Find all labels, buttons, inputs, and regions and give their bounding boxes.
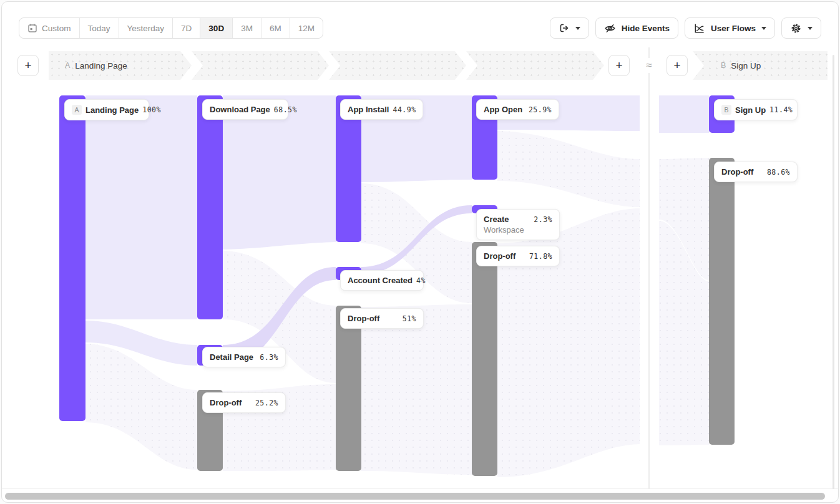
funnel-b-band: B Sign Up [693, 51, 828, 80]
chevron-down-icon [808, 27, 813, 30]
step-label: Landing Page [75, 61, 127, 70]
node-bar-download-page[interactable] [197, 95, 223, 319]
step-badge: B [721, 61, 726, 70]
dropoff-links-texture [85, 131, 709, 477]
export-icon [559, 22, 570, 34]
date-range-yesterday[interactable]: Yesterday [119, 18, 173, 38]
node-bar-dropoff-b[interactable] [709, 158, 735, 445]
date-range-6m[interactable]: 6M [261, 18, 290, 38]
add-step-end-button[interactable]: + [608, 55, 630, 76]
horizontal-scrollbar[interactable] [5, 493, 825, 500]
settings-button[interactable] [781, 17, 821, 39]
hide-events-button[interactable]: Hide Events [595, 17, 678, 39]
node-label-create-workspace[interactable]: Create 2.3% Workspace [476, 209, 560, 240]
date-range-30d[interactable]: 30D [200, 18, 233, 38]
approx-symbol: ≈ [640, 58, 658, 73]
node-label-sign-up[interactable]: B Sign Up 11.4% [714, 99, 798, 120]
toolbar-actions: Hide Events User Flows [550, 17, 821, 39]
add-step-b-button[interactable]: + [667, 55, 688, 76]
step-label: Sign Up [731, 61, 761, 70]
link-landing-detail[interactable] [85, 321, 197, 366]
node-bar-dropoff-4[interactable] [472, 242, 497, 476]
funnel-step-landing-page[interactable]: A Landing Page [49, 51, 192, 80]
node-label-dropoff-2[interactable]: Drop-off 25.2% [202, 392, 286, 413]
node-bar-dropoff-3[interactable] [336, 306, 361, 471]
link-accountcreated-createworkspace[interactable] [361, 205, 472, 274]
section-divider [648, 47, 650, 489]
date-range-3m[interactable]: 3M [233, 18, 261, 38]
node-label-account-created[interactable]: Account Created 4% [340, 270, 424, 291]
link-divider-signup[interactable] [659, 95, 709, 133]
export-button[interactable] [550, 17, 589, 39]
node-label-app-open[interactable]: App Open 25.9% [476, 99, 559, 120]
node-label-app-install[interactable]: App Install 44.9% [340, 99, 423, 120]
gear-icon [790, 22, 802, 34]
date-range-label: Custom [42, 24, 71, 33]
funnel-step-empty[interactable] [466, 51, 604, 80]
add-step-button[interactable]: + [17, 55, 39, 76]
chevron-down-icon [575, 27, 580, 30]
node-label-detail-page[interactable]: Detail Page 6.3% [202, 347, 286, 367]
date-range-12m[interactable]: 12M [290, 18, 323, 38]
link-landing-download[interactable] [85, 95, 197, 319]
node-label-dropoff-b[interactable]: Drop-off 88.6% [714, 162, 798, 182]
dropoff-links [85, 131, 709, 477]
calendar-icon [27, 23, 37, 33]
scrollbar-separator [2, 488, 838, 489]
node-bar-landing-page[interactable] [59, 95, 85, 421]
node-label-download-page[interactable]: Download Page 68.5% [202, 99, 288, 120]
node-label-dropoff-4[interactable]: Drop-off 71.8% [476, 246, 560, 266]
node-label-landing-page[interactable]: A Landing Page 100% [64, 99, 149, 120]
funnel-a-band: A Landing Page [49, 51, 604, 80]
hide-events-label: Hide Events [622, 24, 670, 33]
node-label-dropoff-3[interactable]: Drop-off 51% [340, 308, 424, 329]
chevron-down-icon [761, 27, 766, 30]
node-badge: A [72, 105, 82, 115]
date-range-custom[interactable]: Custom [19, 18, 80, 38]
node-badge: B [721, 105, 731, 115]
date-range-today[interactable]: Today [80, 18, 119, 38]
date-range-7d[interactable]: 7D [173, 18, 200, 38]
funnel-step-empty[interactable] [192, 51, 329, 80]
step-badge: A [65, 61, 70, 70]
funnel-step-sign-up[interactable]: B Sign Up [693, 51, 828, 80]
date-range-selector: Custom Today Yesterday 7D 30D 3M 6M 12M [19, 17, 323, 39]
view-mode-button[interactable]: User Flows [685, 17, 775, 39]
flows-icon [693, 22, 705, 34]
eye-off-icon [604, 22, 616, 34]
view-mode-label: User Flows [711, 24, 756, 33]
funnel-step-empty[interactable] [329, 51, 466, 80]
vertical-scrollbar[interactable] [833, 55, 834, 489]
